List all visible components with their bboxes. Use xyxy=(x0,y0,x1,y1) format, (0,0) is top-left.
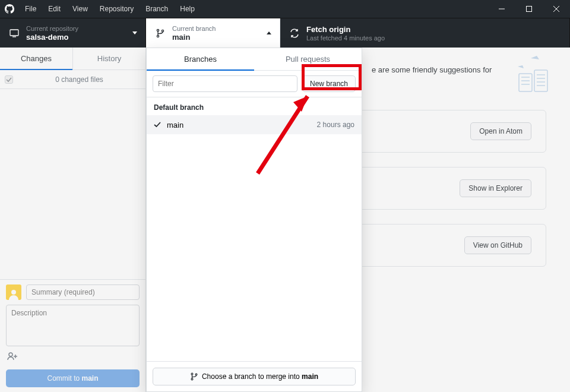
svg-point-23 xyxy=(191,378,193,380)
sync-icon xyxy=(289,29,300,38)
svg-point-6 xyxy=(157,29,159,31)
commit-form: Commit to main xyxy=(0,279,145,392)
window-maximize-icon[interactable] xyxy=(515,0,543,18)
toolbar-current-repo[interactable]: Current repository salsa-demo xyxy=(0,18,146,48)
select-all-checkbox[interactable] xyxy=(5,75,13,84)
commit-button-branch: main xyxy=(82,374,99,382)
svg-rect-4 xyxy=(10,30,18,36)
chevron-up-icon xyxy=(267,31,271,34)
fetch-subtitle: Last fetched 4 minutes ago xyxy=(306,34,385,42)
files-list xyxy=(0,89,145,279)
merge-branch-button[interactable]: Choose a branch to merge into main xyxy=(153,368,356,385)
toolbar-current-branch[interactable]: Current branch main xyxy=(146,18,280,48)
dropdown-tab-branches[interactable]: Branches xyxy=(147,48,254,70)
svg-point-24 xyxy=(195,374,197,375)
sidebar: Changes History 0 changed files Commit t… xyxy=(0,48,146,392)
svg-point-7 xyxy=(157,35,159,37)
menu-help[interactable]: Help xyxy=(174,0,201,18)
check-icon xyxy=(154,121,163,128)
repo-name: salsa-demo xyxy=(26,33,78,42)
tab-history[interactable]: History xyxy=(73,48,145,69)
decorative-illustration xyxy=(477,51,549,99)
branch-item-name: main xyxy=(167,121,183,129)
view-on-github-button[interactable]: View on GitHub xyxy=(464,236,531,254)
window-minimize-icon[interactable] xyxy=(488,0,515,18)
window-close-icon[interactable] xyxy=(543,0,570,18)
menu-view[interactable]: View xyxy=(66,0,94,18)
open-in-atom-button[interactable]: Open in Atom xyxy=(470,122,531,140)
menu-repository[interactable]: Repository xyxy=(94,0,140,18)
window-controls xyxy=(488,0,570,18)
menu-branch[interactable]: Branch xyxy=(140,0,174,18)
git-merge-icon xyxy=(190,372,198,381)
branch-name: main xyxy=(172,33,216,42)
tab-changes[interactable]: Changes xyxy=(0,48,73,69)
svg-point-9 xyxy=(11,290,16,295)
svg-marker-26 xyxy=(293,96,308,112)
menu-edit[interactable]: Edit xyxy=(42,0,66,18)
svg-point-8 xyxy=(162,30,163,31)
changed-files-header: 0 changed files xyxy=(0,70,145,89)
fetch-title: Fetch origin xyxy=(306,25,385,34)
svg-point-10 xyxy=(9,353,12,356)
svg-rect-14 xyxy=(534,70,547,91)
toolbar-fetch-origin[interactable]: Fetch origin Last fetched 4 minutes ago xyxy=(280,18,570,48)
branch-label: Current branch xyxy=(172,25,216,32)
github-logo-icon xyxy=(0,4,19,14)
changed-files-count: 0 changed files xyxy=(18,75,141,84)
merge-prefix: Choose a branch to merge into xyxy=(202,372,302,381)
desktop-icon xyxy=(8,29,20,38)
toolbar: Current repository salsa-demo Current br… xyxy=(0,18,570,48)
dropdown-footer: Choose a branch to merge into main xyxy=(147,361,362,391)
menu-file[interactable]: File xyxy=(19,0,42,18)
svg-point-22 xyxy=(191,373,193,375)
commit-description-input[interactable] xyxy=(6,305,140,346)
git-branch-icon xyxy=(154,29,166,38)
svg-rect-13 xyxy=(519,74,532,91)
commit-summary-input[interactable] xyxy=(26,284,140,300)
commit-button-prefix: Commit to xyxy=(47,374,81,382)
chevron-down-icon xyxy=(132,31,137,34)
titlebar: File Edit View Repository Branch Help xyxy=(0,0,570,18)
commit-button[interactable]: Commit to main xyxy=(6,369,140,387)
add-coauthor-icon[interactable] xyxy=(6,351,140,365)
show-in-explorer-button[interactable]: Show in Explorer xyxy=(460,179,531,197)
annotation-arrow xyxy=(246,84,323,179)
svg-rect-1 xyxy=(527,7,532,12)
menu-bar: File Edit View Repository Branch Help xyxy=(19,0,201,18)
sidebar-tabs: Changes History xyxy=(0,48,145,70)
merge-target: main xyxy=(302,372,318,381)
repo-label: Current repository xyxy=(26,25,78,32)
avatar xyxy=(6,284,21,300)
